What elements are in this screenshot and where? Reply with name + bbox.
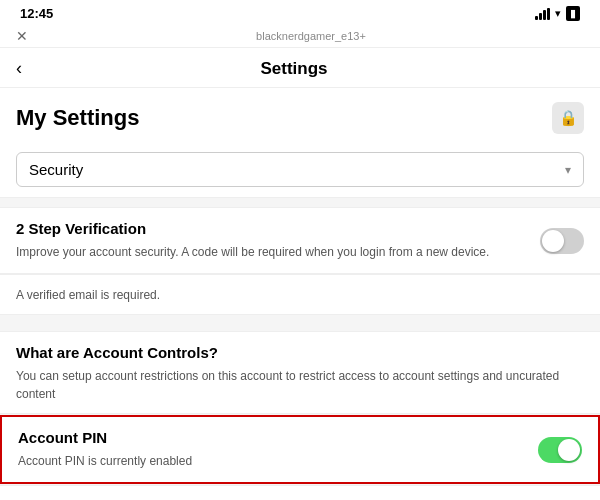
url-bar: blacknerdgamer_e13+ xyxy=(38,30,584,42)
battery-icon: ▮ xyxy=(566,6,580,21)
chevron-down-icon: ▾ xyxy=(565,163,571,177)
account-pin-toggle[interactable] xyxy=(538,437,582,463)
account-pin-desc: Account PIN is currently enabled xyxy=(18,452,528,470)
two-step-text: 2 Step Verification Improve your account… xyxy=(16,220,540,261)
verified-email-section: A verified email is required. xyxy=(0,274,600,315)
dropdown-value: Security xyxy=(29,161,83,178)
wifi-icon: ▾ xyxy=(555,7,561,20)
page-header: ‹ Settings xyxy=(0,48,600,88)
back-button[interactable]: ‹ xyxy=(16,58,22,79)
gap-1 xyxy=(0,198,600,206)
two-step-title: 2 Step Verification xyxy=(16,220,530,237)
account-pin-title: Account PIN xyxy=(18,429,528,446)
dropdown-container: Security ▾ xyxy=(0,144,600,198)
account-controls-title: What are Account Controls? xyxy=(16,344,584,361)
lock-icon-button[interactable]: 🔒 xyxy=(552,102,584,134)
account-controls-section: What are Account Controls? You can setup… xyxy=(0,331,600,414)
two-step-section: 2 Step Verification Improve your account… xyxy=(0,207,600,274)
status-time: 12:45 xyxy=(20,6,53,21)
main-content: ‹ Settings My Settings 🔒 Security ▾ 2 St… xyxy=(0,48,600,494)
two-step-toggle[interactable] xyxy=(540,228,584,254)
my-settings-header: My Settings 🔒 xyxy=(0,88,600,144)
account-pin-text: Account PIN Account PIN is currently ena… xyxy=(18,429,538,470)
account-pin-section: Account PIN Account PIN is currently ena… xyxy=(0,415,600,484)
content-wrapper: My Settings 🔒 Security ▾ 2 Step Verifica… xyxy=(0,88,600,494)
category-dropdown[interactable]: Security ▾ xyxy=(16,152,584,187)
account-restrictions-section: Account Restrictions Account Restriction… xyxy=(0,485,600,494)
toggle-knob xyxy=(542,230,564,252)
toggle-knob xyxy=(558,439,580,461)
status-bar: 12:45 ▾ ▮ xyxy=(0,0,600,25)
status-icons: ▾ ▮ xyxy=(535,6,580,21)
browser-bar: ✕ blacknerdgamer_e13+ xyxy=(0,25,600,48)
page-title: Settings xyxy=(34,59,554,79)
my-settings-title: My Settings xyxy=(16,105,139,131)
lock-icon: 🔒 xyxy=(559,109,578,127)
close-button[interactable]: ✕ xyxy=(16,28,28,44)
account-controls-desc: You can setup account restrictions on th… xyxy=(16,367,584,403)
two-step-row: 2 Step Verification Improve your account… xyxy=(16,220,584,261)
account-pin-row: Account PIN Account PIN is currently ena… xyxy=(18,429,582,470)
two-step-desc: Improve your account security. A code wi… xyxy=(16,243,530,261)
gap-2 xyxy=(0,315,600,323)
signal-bars-icon xyxy=(535,8,550,20)
verified-email-note: A verified email is required. xyxy=(16,288,160,302)
